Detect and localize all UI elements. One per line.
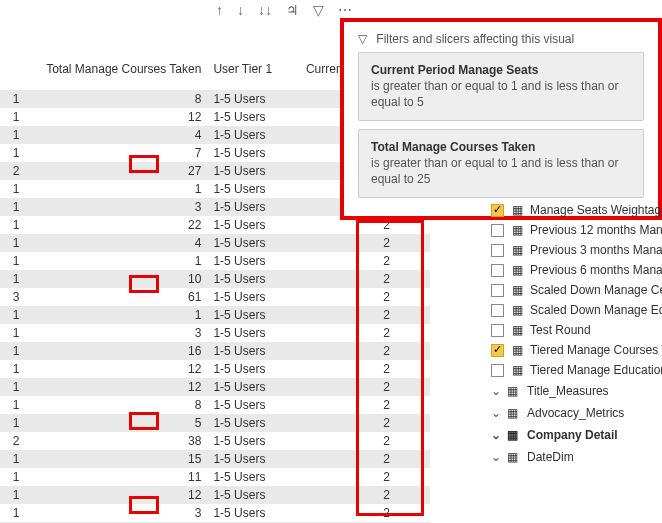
table-row[interactable]: 1121-5 Users2	[0, 486, 430, 504]
cell: 22	[25, 216, 207, 234]
hierarchy-icon[interactable]: ♃	[286, 2, 299, 18]
checkbox-icon[interactable]	[491, 284, 504, 297]
checkbox-icon[interactable]	[491, 324, 504, 337]
field-item[interactable]: ▦Previous 6 months Manag	[487, 260, 662, 280]
chevron-down-icon[interactable]: ⌄	[491, 384, 501, 398]
table-row[interactable]: 1121-5 Users2	[0, 360, 430, 378]
field-label: Tiered Manage Courses W	[530, 343, 662, 357]
cell: 7	[25, 144, 207, 162]
col-user-tier[interactable]: User Tier 1	[207, 58, 288, 90]
cell: 12	[25, 486, 207, 504]
table-group[interactable]: ⌄▦Advocacy_Metrics	[487, 402, 662, 424]
table-group[interactable]: ⌄▦Title_Measures	[487, 380, 662, 402]
table-row[interactable]: 111-5 Users2	[0, 252, 430, 270]
cell: 2	[288, 342, 430, 360]
filter-desc: is greater than or equal to 1 and is les…	[371, 156, 631, 187]
table-icon: ▦	[507, 450, 521, 464]
table-row[interactable]: 2381-5 Users2	[0, 432, 430, 450]
filters-popup-header: ▽ Filters and slicers affecting this vis…	[352, 30, 650, 52]
cell: 27	[25, 162, 207, 180]
field-item[interactable]: ▦Previous 12 months Mana	[487, 220, 662, 240]
calculator-icon: ▦	[510, 203, 524, 217]
drill-up-icon[interactable]: ↑	[216, 2, 223, 18]
field-item[interactable]: ▦Tiered Manage Courses W	[487, 340, 662, 360]
filter-card[interactable]: Current Period Manage Seats is greater t…	[358, 52, 644, 121]
cell: 5	[25, 414, 207, 432]
cell: 16	[25, 342, 207, 360]
cell: 11	[25, 468, 207, 486]
cell: 1	[0, 234, 25, 252]
field-item[interactable]: ▦Tiered Manage Education	[487, 360, 662, 380]
cell: 1	[0, 198, 25, 216]
cell: 1-5 Users	[207, 216, 288, 234]
field-item[interactable]: ▦Test Round	[487, 320, 662, 340]
cell: 1	[0, 144, 25, 162]
cell: 2	[288, 468, 430, 486]
cell: 2	[288, 432, 430, 450]
checkbox-icon[interactable]	[491, 204, 504, 217]
checkbox-icon[interactable]	[491, 304, 504, 317]
cell: 1	[0, 360, 25, 378]
table-row[interactable]: 181-5 Users2	[0, 396, 430, 414]
cell: 1	[25, 306, 207, 324]
cell: 1-5 Users	[207, 342, 288, 360]
cell: 10	[25, 270, 207, 288]
filter-icon[interactable]: ▽	[313, 2, 324, 18]
cell: 8	[25, 396, 207, 414]
checkbox-icon[interactable]	[491, 244, 504, 257]
table-group[interactable]: ⌄▦DateDim	[487, 446, 662, 468]
table-label: Advocacy_Metrics	[527, 406, 624, 420]
chevron-down-icon[interactable]: ⌄	[491, 428, 501, 442]
field-item[interactable]: ▦Previous 3 months Manag	[487, 240, 662, 260]
more-options-icon[interactable]: ⋯	[338, 2, 352, 18]
field-label: Previous 3 months Manag	[530, 243, 662, 257]
cell: 1-5 Users	[207, 126, 288, 144]
cell: 1	[0, 306, 25, 324]
cell: 1-5 Users	[207, 108, 288, 126]
table-row[interactable]: 131-5 Users2	[0, 504, 430, 522]
table-row[interactable]: 131-5 Users2	[0, 324, 430, 342]
table-row[interactable]: 3611-5 Users2	[0, 288, 430, 306]
col-total-courses[interactable]: Total Manage Courses Taken	[25, 58, 207, 90]
cell: 3	[25, 198, 207, 216]
table-row[interactable]: 1101-5 Users2	[0, 270, 430, 288]
checkbox-icon[interactable]	[491, 264, 504, 277]
fields-pane: ▦Manage Seats Weightage▦Previous 12 mont…	[487, 200, 662, 468]
drill-down-icon[interactable]: ↓	[237, 2, 244, 18]
cell: 3	[25, 504, 207, 522]
expand-down-icon[interactable]: ↓↓	[258, 2, 272, 18]
field-item[interactable]: ▦Manage Seats Weightage	[487, 200, 662, 220]
cell: 2	[288, 288, 430, 306]
table-row[interactable]: 1151-5 Users2	[0, 450, 430, 468]
filter-card[interactable]: Total Manage Courses Taken is greater th…	[358, 129, 644, 198]
cell: 2	[288, 414, 430, 432]
table-row[interactable]: 151-5 Users2	[0, 414, 430, 432]
checkbox-icon[interactable]	[491, 224, 504, 237]
field-label: Scaled Down Manage Cer	[530, 283, 662, 297]
cell: 1-5 Users	[207, 180, 288, 198]
cell: 2	[288, 486, 430, 504]
table-row[interactable]: 111-5 Users2	[0, 306, 430, 324]
field-item[interactable]: ▦Scaled Down Manage Edu	[487, 300, 662, 320]
table-row[interactable]: 1111-5 Users2	[0, 468, 430, 486]
cell: 1-5 Users	[207, 450, 288, 468]
chevron-down-icon[interactable]: ⌄	[491, 450, 501, 464]
cell: 3	[0, 288, 25, 306]
cell: 1	[0, 450, 25, 468]
cell: 1-5 Users	[207, 378, 288, 396]
cell: 1	[0, 90, 25, 108]
checkbox-icon[interactable]	[491, 364, 504, 377]
cell: 2	[288, 360, 430, 378]
table-row[interactable]: 141-5 Users2	[0, 234, 430, 252]
table-group[interactable]: ⌄▦Company Detail	[487, 424, 662, 446]
cell: 1-5 Users	[207, 504, 288, 522]
cell: 1-5 Users	[207, 360, 288, 378]
table-row[interactable]: 1161-5 Users2	[0, 342, 430, 360]
table-row[interactable]: 1121-5 Users2	[0, 378, 430, 396]
cell: 61	[25, 288, 207, 306]
chevron-down-icon[interactable]: ⌄	[491, 406, 501, 420]
funnel-icon: ▽	[358, 32, 367, 46]
cell: 15	[25, 450, 207, 468]
field-item[interactable]: ▦Scaled Down Manage Cer	[487, 280, 662, 300]
checkbox-icon[interactable]	[491, 344, 504, 357]
